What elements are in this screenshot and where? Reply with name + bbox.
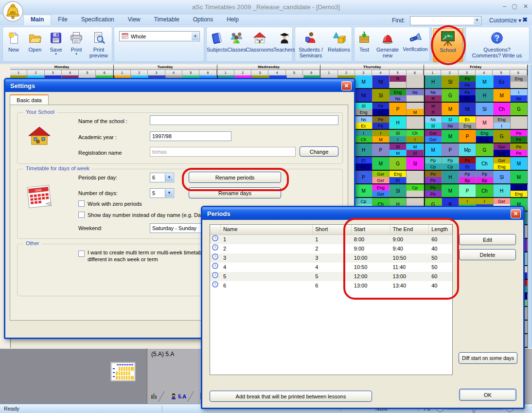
- print-preview-button[interactable]: Print preview: [87, 28, 111, 59]
- questions-button[interactable]: ? Questions? Comments? Write us: [466, 28, 528, 59]
- lesson-cell[interactable]: Sl: [476, 103, 493, 115]
- lesson-cell[interactable]: PpBp: [476, 171, 493, 183]
- delete-button[interactable]: Delete: [459, 249, 516, 260]
- lesson-cell[interactable]: Sl: [372, 89, 390, 102]
- lesson-cell[interactable]: M: [407, 103, 424, 115]
- lesson-cell[interactable]: P: [390, 103, 407, 115]
- settings-dialog-titlebar[interactable]: Settings: [5, 79, 354, 92]
- lesson-cell[interactable]: Es: [494, 75, 511, 88]
- lesson-cell[interactable]: M: [511, 171, 528, 183]
- lesson-cell[interactable]: PePe: [459, 75, 476, 88]
- lesson-cell[interactable]: Sl: [407, 157, 424, 170]
- lesson-cell[interactable]: PpCp: [424, 157, 442, 170]
- period-header[interactable]: 1: [320, 70, 337, 75]
- test-button[interactable]: Test: [355, 28, 374, 53]
- period-row[interactable]: 118:009:0060: [210, 235, 452, 244]
- period-header[interactable]: 2: [441, 70, 458, 75]
- school-button[interactable]: abc School: [433, 28, 463, 62]
- period-header[interactable]: 2: [27, 70, 44, 75]
- rename-days-button[interactable]: Rename days: [189, 187, 281, 198]
- period-header[interactable]: 3: [45, 70, 62, 75]
- lesson-cell[interactable]: P: [372, 144, 390, 156]
- lesson-cell[interactable]: Cp: [407, 184, 424, 197]
- period-header[interactable]: 1: [217, 70, 234, 75]
- lesson-cell[interactable]: M: [424, 144, 442, 156]
- period-header[interactable]: 6: [407, 70, 424, 75]
- rename-periods-button[interactable]: Rename periods: [189, 172, 281, 183]
- change-button[interactable]: Change: [300, 146, 338, 157]
- school-name-input[interactable]: [150, 115, 338, 125]
- chevron-down-icon[interactable]: ▼: [165, 174, 173, 181]
- lesson-cell[interactable]: SlEng: [355, 103, 372, 115]
- lesson-cell[interactable]: GerEng: [494, 144, 511, 156]
- tab-file[interactable]: File: [51, 15, 74, 25]
- periods-close-button[interactable]: ✕: [511, 209, 521, 218]
- relations-button[interactable]: Relations: [326, 28, 352, 53]
- app-logo-bell-icon[interactable]: aSc: [2, 1, 23, 22]
- lesson-cell[interactable]: Sl: [390, 184, 407, 197]
- lesson-cell[interactable]: INs: [511, 89, 528, 102]
- lesson-cell[interactable]: PePe: [459, 89, 476, 102]
- lesson-cell[interactable]: P: [459, 130, 476, 143]
- lesson-cell[interactable]: Nt: [355, 89, 372, 102]
- maximize-button[interactable]: ▢: [512, 3, 517, 10]
- lesson-cell[interactable]: NsSl: [424, 116, 442, 129]
- lesson-cell[interactable]: PePe: [511, 144, 528, 156]
- period-row[interactable]: 5512:0013:0060: [210, 272, 452, 281]
- minimize-button[interactable]: –: [503, 3, 506, 10]
- lesson-cell[interactable]: Ch: [476, 157, 493, 170]
- period-header[interactable]: 4: [62, 70, 79, 75]
- period-header[interactable]: 5: [182, 70, 199, 75]
- lesson-cell[interactable]: P: [459, 184, 476, 197]
- edit-button[interactable]: Edit: [459, 234, 516, 245]
- find-dropdown-arrow-icon[interactable]: ▼: [474, 17, 480, 24]
- lesson-cell[interactable]: M: [442, 130, 459, 143]
- classrooms-button[interactable]: Classrooms: [246, 28, 273, 53]
- period-header[interactable]: 6: [510, 70, 527, 75]
- tab-help[interactable]: Help: [220, 15, 246, 25]
- lesson-cell[interactable]: Nt: [372, 75, 390, 88]
- save-dropdown-icon[interactable]: ▾: [55, 53, 57, 55]
- lesson-cell[interactable]: Ns: [407, 89, 424, 102]
- lesson-cell[interactable]: Ch: [476, 184, 493, 197]
- lesson-cell[interactable]: PePe: [424, 184, 442, 197]
- tab-specification[interactable]: Specification: [74, 15, 121, 25]
- period-header[interactable]: 5: [390, 70, 407, 75]
- period-row[interactable]: 3310:0010:5050: [210, 253, 452, 263]
- save-button[interactable]: Save ▾: [46, 28, 66, 55]
- chart-tab-icon[interactable]: [151, 393, 157, 400]
- lesson-cell[interactable]: PePe: [424, 171, 442, 183]
- lesson-cell[interactable]: SlM: [390, 144, 407, 156]
- lesson-cell[interactable]: M: [476, 75, 493, 88]
- lesson-cell[interactable]: SlNs: [442, 116, 459, 129]
- mini-timetable-icon[interactable]: [110, 362, 136, 382]
- lesson-cell[interactable]: EngGer: [372, 184, 390, 197]
- lesson-cell[interactable]: M: [372, 157, 390, 170]
- lesson-cell[interactable]: PpBp: [459, 171, 476, 183]
- generate-new-button[interactable]: Generate new: [374, 28, 401, 59]
- class-tab-5a[interactable]: 5.A: [171, 393, 186, 400]
- period-header[interactable]: 1: [424, 70, 441, 75]
- period-header[interactable]: 4: [476, 70, 493, 75]
- lesson-cell[interactable]: PePe: [372, 116, 390, 129]
- subjects-button[interactable]: Subjects: [207, 28, 227, 53]
- periods-dialog-titlebar[interactable]: Periods: [202, 207, 523, 220]
- period-header[interactable]: 1: [114, 70, 131, 75]
- period-header[interactable]: 5: [286, 70, 303, 75]
- column-header-name[interactable]: Name: [221, 225, 313, 234]
- lesson-cell[interactable]: GerEng: [494, 157, 511, 170]
- lesson-cell[interactable]: P: [355, 171, 372, 183]
- lesson-cell[interactable]: H: [355, 144, 372, 156]
- lesson-cell[interactable]: [407, 171, 424, 183]
- lesson-cell[interactable]: PpCp: [442, 157, 459, 170]
- lesson-cell[interactable]: H: [390, 116, 407, 129]
- period-header[interactable]: 4: [372, 70, 389, 75]
- lesson-cell[interactable]: M: [355, 75, 372, 88]
- close-button[interactable]: ✕: [523, 3, 528, 10]
- lesson-cell[interactable]: P: [442, 144, 459, 156]
- column-header-short[interactable]: Short: [313, 225, 352, 234]
- period-row[interactable]: 6613:0013:4040: [210, 281, 452, 290]
- classes-button[interactable]: Classes: [227, 28, 246, 53]
- lesson-cell[interactable]: [511, 116, 528, 129]
- period-row[interactable]: 4410:5011:4050: [210, 263, 452, 272]
